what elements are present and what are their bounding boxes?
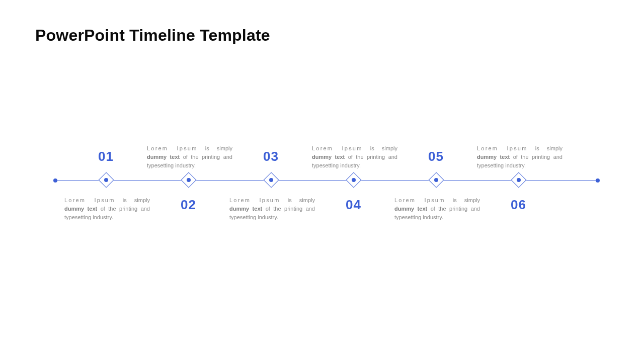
item-number: 06 [511, 197, 541, 213]
item-number: 03 [263, 149, 293, 164]
dot-icon [187, 178, 191, 182]
item-text: Lorem Ipsum is simply dummy text of the … [312, 144, 397, 170]
dot-icon [434, 178, 438, 182]
item-text: Lorem Ipsum is simply dummy text of the … [147, 144, 232, 170]
item-text: Lorem Ipsum is simply dummy text of the … [64, 196, 150, 222]
item-number: 01 [98, 149, 128, 164]
item-text: Lorem Ipsum is simply dummy text of the … [394, 196, 480, 222]
item-number: 04 [346, 197, 376, 213]
item-number: 05 [428, 149, 458, 164]
axis-end-dot-left [53, 178, 57, 183]
item-text: Lorem Ipsum is simply dummy text of the … [477, 144, 562, 170]
dot-icon [517, 178, 521, 182]
item-text: Lorem Ipsum is simply dummy text of the … [229, 196, 315, 222]
dot-icon [104, 178, 108, 182]
item-number: 02 [181, 197, 211, 213]
dot-icon [269, 178, 273, 182]
dot-icon [352, 178, 356, 182]
page-title: PowerPoint Timeline Template [35, 26, 270, 45]
axis-end-dot-right [596, 178, 600, 183]
